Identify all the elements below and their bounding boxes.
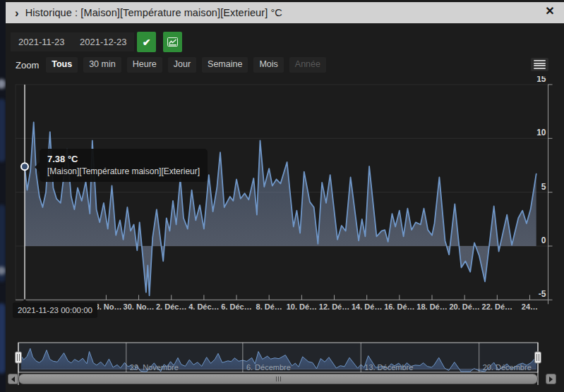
main-chart[interactable]: 151050-528. No…30. No…2. Déc…4. Déc…6. D… [0,76,564,324]
tooltip-series-name: [Maison][Température maison][Exterieur] [47,166,200,176]
x-axis-label: 14. Dé… [352,302,382,311]
navigator-left-handle[interactable] [16,352,22,363]
navigator-axis-label: 13. Décembre [364,363,413,372]
zoom-button-jour[interactable]: Jour [168,57,196,73]
zoom-button-heure[interactable]: Heure [127,57,162,73]
x-axis-label: 6. Déc… [221,302,251,311]
left-arrow-icon [11,376,15,382]
chart-tooltip: 7.38 °C [Maison][Température maison][Ext… [40,149,208,182]
chart-line-icon [167,37,178,47]
navigator-axis-label: 6. Décembre [246,363,291,372]
y-axis-label: -5 [539,289,546,299]
scrollbar-right-arrow[interactable] [546,374,556,384]
navigator-right-handle[interactable] [535,352,541,363]
zoom-button-mois[interactable]: Mois [253,57,283,73]
x-axis-label: 12. Dé… [319,302,349,311]
x-axis-cursor-label: 2021-11-23 00:00:00 [13,302,97,318]
chevron-right-icon: › [15,7,19,19]
x-axis-label: 22. Dé… [482,302,512,311]
x-axis-label: 2. Déc… [156,302,186,311]
x-axis-label: 18. Dé… [416,302,447,311]
hamburger-icon [534,60,546,61]
y-axis-label: 15 [536,76,546,84]
x-axis-label: 10. Dé… [287,302,317,311]
zoom-label: Zoom [16,60,39,71]
zoom-button-tous[interactable]: Tous [46,57,78,73]
check-icon: ✔ [143,37,151,48]
modal-titlebar: › Historique : [Maison][Température mais… [6,2,564,23]
scrollbar-thumb[interactable] [18,374,538,384]
y-axis-label: 5 [541,182,546,192]
selected-point-marker[interactable] [21,163,28,170]
x-axis-label: 4. Déc… [188,302,219,311]
scrollbar-left-arrow[interactable] [8,374,18,384]
close-button[interactable]: ✕ [542,4,558,19]
zoom-toolbar: Zoom Tous30 minHeureJourSemaineMoisAnnée [16,57,326,73]
navigator-axis-label: 20. Décembre [483,363,532,372]
zoom-button-30-min[interactable]: 30 min [83,57,121,73]
zoom-button-ann-e: Année [289,57,326,73]
date-range-panel [11,32,134,51]
dialog-title: Historique : [Maison][Température maison… [25,7,282,18]
date-to-input[interactable] [73,32,135,51]
tooltip-value: 7.38 °C [47,154,200,164]
apply-dates-button[interactable]: ✔ [137,32,156,52]
date-from-input[interactable] [11,32,73,51]
x-axis-label: 16. Dé… [384,302,414,311]
zoom-button-semaine[interactable]: Semaine [202,57,248,73]
navigator-axis-label: 29. Novembre [130,363,179,372]
open-graph-button[interactable] [163,32,182,52]
horizontal-scrollbar [7,374,557,385]
history-dialog-screen: › Historique : [Maison][Température mais… [0,0,564,392]
x-axis-label: 30. No… [124,302,155,311]
x-axis-label: 24… [522,302,538,311]
export-menu-button[interactable] [531,58,548,71]
y-axis-label: 10 [536,128,546,137]
right-arrow-icon [549,376,553,382]
y-axis-label: 0 [541,235,546,245]
x-axis-label: 8. Dé… [256,302,282,311]
x-axis-label: 20. Dé… [449,302,479,311]
